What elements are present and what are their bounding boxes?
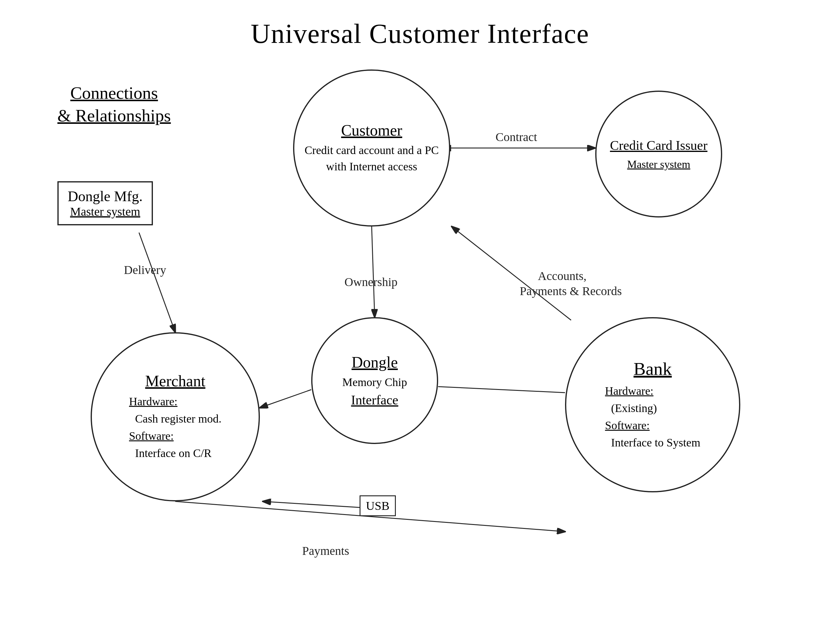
merchant-circle: Merchant Hardware: Cash register mod. So…	[91, 332, 260, 501]
dongle-mfg-title: Dongle Mfg.	[68, 188, 143, 205]
payments-records-label: Payments & Records	[520, 284, 622, 298]
credit-card-title: Credit Card Issuer	[610, 138, 708, 153]
usb-box: USB	[360, 495, 396, 516]
merchant-software-text: Interface on C/R	[129, 447, 211, 459]
connections-line2: & Relationships	[57, 104, 171, 127]
contract-label: Contract	[495, 130, 537, 144]
ownership-label: Ownership	[345, 275, 398, 289]
merchant-software-label: Software:	[129, 429, 174, 442]
usb-label: USB	[366, 499, 390, 513]
merchant-hardware-label: Hardware:	[129, 395, 177, 408]
diagram-area: Connections & Relationships Customer Cre…	[0, 0, 840, 618]
credit-card-subtitle: Master system	[627, 158, 690, 171]
credit-card-circle: Credit Card Issuer Master system	[595, 91, 722, 217]
delivery-label: Delivery	[124, 263, 166, 277]
merchant-hardware-text: Cash register mod.	[129, 412, 222, 425]
bank-title: Bank	[633, 358, 672, 379]
dongle-circle: Dongle Memory Chip Interface	[311, 317, 438, 444]
payments-label: Payments	[302, 544, 349, 558]
merchant-details: Hardware: Cash register mod. Software: I…	[120, 393, 230, 462]
dongle-text: Memory Chip	[336, 374, 413, 390]
bank-hardware-label: Hardware:	[605, 385, 653, 397]
customer-circle: Customer Credit card account and a PC wi…	[293, 70, 450, 227]
customer-title: Customer	[341, 122, 402, 139]
dongle-subtitle: Interface	[351, 392, 398, 408]
connections-line1: Connections	[57, 82, 171, 104]
merchant-title: Merchant	[145, 372, 205, 390]
bank-software-text: Interface to System	[605, 436, 700, 449]
bank-circle: Bank Hardware: (Existing) Software: Inte…	[565, 317, 740, 492]
connections-relationships-label: Connections & Relationships	[57, 82, 171, 127]
accounts-label: Accounts,	[538, 269, 586, 283]
bank-hardware-text: (Existing)	[605, 402, 657, 414]
bank-software-label: Software:	[605, 419, 650, 432]
dongle-mfg-subtitle: Master system	[68, 205, 143, 219]
bank-details: Hardware: (Existing) Software: Interface…	[596, 382, 709, 451]
dongle-mfg-box: Dongle Mfg. Master system	[57, 181, 153, 225]
dongle-title: Dongle	[351, 354, 398, 371]
customer-text: Credit card account and a PC with Intern…	[294, 142, 449, 174]
